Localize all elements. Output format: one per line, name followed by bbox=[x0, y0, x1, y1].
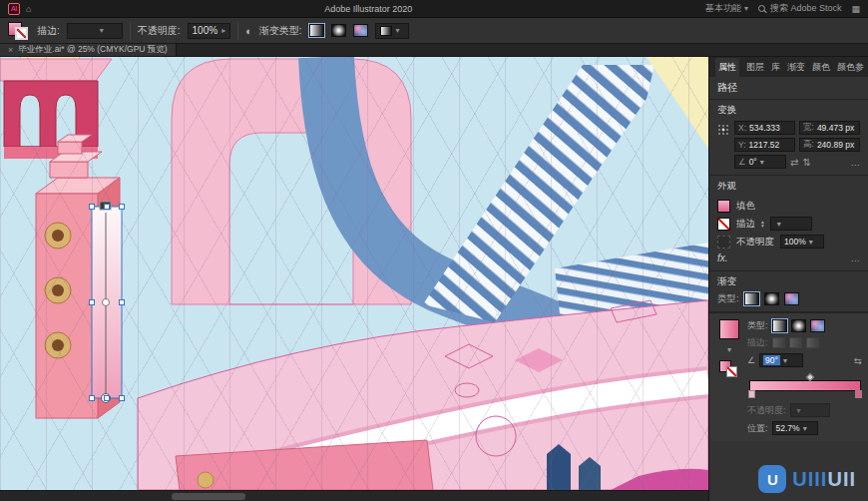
more-options-icon[interactable]: … bbox=[851, 157, 861, 168]
appearance-header: 外观 bbox=[717, 180, 860, 193]
watermark-logo-icon: U bbox=[758, 465, 786, 493]
location-label: 位置: bbox=[747, 422, 768, 435]
document-title: 毕业作业.ai* @ 25% (CMYK/GPU 预览) bbox=[18, 44, 167, 56]
stroke-weight-stepper[interactable]: ▴▾ bbox=[761, 220, 764, 228]
canvas[interactable] bbox=[0, 57, 708, 501]
height-field[interactable]: 高:240.89 px bbox=[799, 138, 860, 152]
fill-stroke-indicator[interactable] bbox=[8, 21, 30, 41]
divider bbox=[237, 22, 238, 40]
opacity-dropdown[interactable]: 100% ▸ bbox=[188, 23, 231, 39]
gradient-stop-start[interactable] bbox=[748, 390, 755, 398]
reference-point-selector[interactable] bbox=[717, 121, 729, 169]
tab-layers[interactable]: 图层 bbox=[746, 61, 764, 74]
flip-vertical-icon[interactable]: ⇅ bbox=[802, 157, 810, 168]
opacity-icon bbox=[717, 236, 730, 249]
close-icon[interactable]: × bbox=[8, 45, 13, 55]
gradient-linear-icon[interactable] bbox=[772, 319, 787, 332]
selection-overlay[interactable] bbox=[0, 57, 708, 490]
chevron-down-icon: ▾ bbox=[396, 26, 400, 35]
transform-header: 变换 bbox=[717, 104, 860, 117]
flip-horizontal-icon[interactable]: ⇄ bbox=[790, 157, 798, 168]
tab-color[interactable]: 颜色 bbox=[812, 61, 830, 74]
title-bar: Ai ⌂ Adobe Illustrator 2020 基本功能 ▾ 搜索 Ad… bbox=[0, 0, 868, 18]
horizontal-scrollbar[interactable] bbox=[0, 490, 708, 501]
type-label: 类型: bbox=[747, 319, 768, 332]
stroke-gradient-within-icon[interactable] bbox=[772, 337, 785, 348]
x-field[interactable]: X:534.333 bbox=[734, 121, 795, 135]
reverse-gradient-icon[interactable]: ⇆ bbox=[854, 355, 862, 366]
arrange-documents-icon[interactable]: ▦ bbox=[851, 4, 860, 14]
stroke-swatch[interactable] bbox=[15, 27, 28, 40]
scrollbar-thumb[interactable] bbox=[172, 493, 245, 500]
gradient-stop-end[interactable] bbox=[855, 390, 862, 398]
fill-label: 填色 bbox=[736, 200, 755, 213]
angle-icon: ∠ bbox=[747, 355, 755, 365]
chevron-down-icon[interactable]: ▾ bbox=[727, 345, 731, 354]
more-options-icon[interactable]: … bbox=[851, 252, 861, 263]
divider bbox=[130, 22, 131, 40]
angle-icon: ∠ bbox=[738, 157, 746, 167]
app-icon: Ai bbox=[8, 3, 20, 15]
opacity-label: 不透明度 bbox=[736, 236, 774, 249]
workspace-switcher[interactable]: 基本功能 ▾ bbox=[705, 2, 748, 15]
chevron-right-icon: ▸ bbox=[221, 26, 225, 35]
gradient-freeform-icon[interactable] bbox=[810, 319, 825, 332]
tab-color-guide[interactable]: 颜色参 bbox=[837, 61, 864, 74]
gradient-linear-icon[interactable] bbox=[309, 24, 324, 37]
stroke-gradient-along-icon[interactable] bbox=[789, 337, 802, 348]
mini-stroke-swatch bbox=[726, 366, 737, 377]
home-icon[interactable]: ⌂ bbox=[26, 4, 31, 14]
document-tab-strip: × 毕业作业.ai* @ 25% (CMYK/GPU 预览) bbox=[0, 44, 868, 57]
gradient-preset-dropdown[interactable]: ▾ bbox=[375, 23, 409, 39]
control-bar: 描边: ▾ 不透明度: 100% ▸ ◐ 渐变类型: ▾ bbox=[0, 18, 868, 44]
gradient-slider[interactable]: ⋮ bbox=[747, 373, 862, 399]
gradient-type-label: 类型: bbox=[717, 292, 739, 305]
chevron-down-icon: ▾ bbox=[100, 26, 104, 35]
rotate-dropdown[interactable]: ∠ 0° ▾ bbox=[734, 155, 786, 169]
gradient-freeform-icon[interactable] bbox=[353, 24, 368, 37]
stroke-label: 描边: bbox=[37, 24, 60, 38]
stroke-weight-dropdown[interactable]: ▾ bbox=[770, 217, 812, 231]
effects-button[interactable]: fx. bbox=[717, 252, 728, 263]
gradient-radial-icon[interactable] bbox=[331, 24, 346, 37]
brush-profile-icon[interactable]: ◐ bbox=[245, 25, 252, 37]
opacity-dropdown[interactable]: 100%▾ bbox=[780, 235, 824, 249]
fill-color-swatch[interactable] bbox=[717, 200, 730, 213]
stroke-label: 描边 bbox=[736, 218, 755, 231]
gradient-swatch[interactable] bbox=[719, 319, 739, 339]
opacity-label: 不透明度: bbox=[138, 24, 181, 38]
search-icon bbox=[758, 5, 765, 12]
tab-properties[interactable]: 属性 bbox=[715, 58, 739, 77]
fill-stroke-mini-indicator[interactable] bbox=[719, 360, 739, 378]
stroke-color-swatch[interactable] bbox=[717, 218, 730, 231]
location-dropdown[interactable]: 52.7%▾ bbox=[772, 421, 818, 435]
stroke-gradient-across-icon[interactable] bbox=[806, 337, 819, 348]
y-field[interactable]: Y:1217.52 bbox=[734, 138, 795, 152]
stroke-gradient-label: 描边: bbox=[747, 336, 768, 349]
stock-search[interactable]: 搜索 Adobe Stock bbox=[758, 2, 842, 15]
tab-libraries[interactable]: 库 bbox=[771, 61, 780, 74]
gradient-preset-swatch bbox=[380, 26, 392, 36]
properties-panel: 属性 图层 库 渐变 颜色 颜色参 ≡ 路径 变换 bbox=[708, 57, 868, 501]
panel-tabs: 属性 图层 库 渐变 颜色 颜色参 ≡ bbox=[709, 57, 868, 77]
selected-object-type: 路径 bbox=[709, 77, 868, 100]
gradient-radial-icon[interactable] bbox=[791, 319, 806, 332]
watermark: U UIIIUII bbox=[758, 465, 856, 493]
document-tab[interactable]: × 毕业作业.ai* @ 25% (CMYK/GPU 预览) bbox=[0, 44, 177, 56]
gradient-angle-field[interactable]: 90° ▾ bbox=[759, 353, 803, 367]
width-field[interactable]: 宽:49.473 px bbox=[799, 121, 860, 135]
gradient-header: 渐变 bbox=[717, 275, 860, 288]
gradient-opacity-label: 不透明度: bbox=[747, 404, 786, 417]
gradient-linear-icon[interactable] bbox=[744, 292, 759, 305]
slider-options-icon[interactable]: ⋮ bbox=[845, 379, 855, 390]
stroke-weight-dropdown[interactable]: ▾ bbox=[67, 23, 123, 39]
chevron-down-icon: ▾ bbox=[744, 4, 748, 13]
gradient-panel: ▾ 类型: 描边: bbox=[709, 312, 868, 441]
gradient-radial-icon[interactable] bbox=[764, 292, 779, 305]
gradient-opacity-dropdown[interactable]: ▾ bbox=[790, 403, 830, 417]
gradient-type-label: 渐变类型: bbox=[259, 24, 302, 38]
appearance-section: 外观 填色 描边 ▴▾ ▾ 不透明度 bbox=[709, 176, 868, 271]
gradient-freeform-icon[interactable] bbox=[784, 292, 799, 305]
gradient-section: 渐变 类型: bbox=[709, 271, 868, 312]
tab-gradient[interactable]: 渐变 bbox=[787, 61, 805, 74]
